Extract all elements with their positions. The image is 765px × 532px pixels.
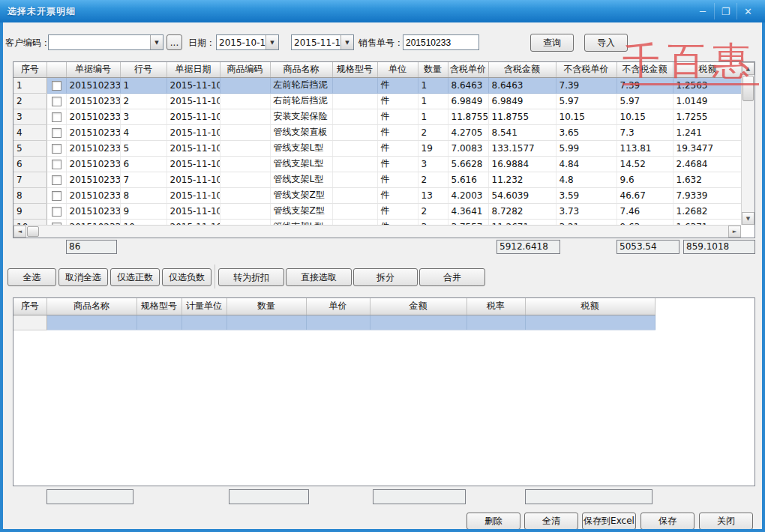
cell-price-with-tax[interactable]: 8.6463 <box>448 77 488 93</box>
table-row[interactable]: 120151023312015-11-10左前轮后挡泥件18.64638.646… <box>14 77 741 93</box>
cell-doc-date[interactable]: 2015-11-10 <box>166 124 220 140</box>
minimize-button[interactable]: ─ <box>692 3 714 19</box>
row-checkbox[interactable] <box>52 191 62 201</box>
cell-qty[interactable]: 13 <box>418 187 448 203</box>
cell-spec[interactable] <box>332 124 377 140</box>
cell-doc-no[interactable]: 201510233 <box>66 109 120 124</box>
cell-amount-with-tax[interactable]: 8.541 <box>488 124 556 140</box>
cell-product-name[interactable]: 左前轮后挡泥 <box>270 77 332 93</box>
cell-unit[interactable]: 件 <box>377 187 418 203</box>
cell-price-with-tax[interactable]: 4.2705 <box>448 124 488 140</box>
deselect-all-button[interactable]: 取消全选 <box>58 268 108 286</box>
cell-tax[interactable]: 1.6371 <box>673 219 741 225</box>
cell-amount-with-tax[interactable]: 11.232 <box>488 172 556 187</box>
save-to-excel-button[interactable]: 保存到Excel <box>582 513 636 530</box>
cell-product-name[interactable]: 管线支架Z型 <box>270 187 332 203</box>
direct-select-button[interactable]: 直接选取 <box>286 268 352 286</box>
cell-unit[interactable]: 件 <box>377 172 418 187</box>
table-row[interactable]: 820151023382015-11-10管线支架Z型件134.200354.6… <box>14 187 741 203</box>
row-checkbox[interactable] <box>52 112 62 122</box>
col-product-name[interactable]: 商品名称 <box>270 62 332 77</box>
col2-qty[interactable]: 数量 <box>226 298 306 315</box>
cell-tax[interactable]: 1.632 <box>673 172 741 187</box>
row-checkbox[interactable] <box>52 144 62 154</box>
col2-tax[interactable]: 税额 <box>525 298 655 315</box>
to-discount-button[interactable]: 转为折扣 <box>218 268 284 286</box>
checkbox-cell[interactable] <box>46 93 66 109</box>
cell-spec[interactable] <box>332 203 377 219</box>
cell-unit[interactable]: 件 <box>377 140 418 156</box>
cell-product-name[interactable]: 管线支架L型 <box>270 172 332 187</box>
table-row[interactable]: 320151023332015-11-10安装支架保险件111.875511.8… <box>14 109 741 124</box>
checkbox-cell[interactable] <box>46 187 66 203</box>
cell-doc-no[interactable]: 201510233 <box>66 77 120 93</box>
checkbox-cell[interactable] <box>46 124 66 140</box>
cell-doc-no[interactable]: 201510233 <box>66 187 120 203</box>
cell-price-with-tax[interactable]: 11.8755 <box>448 109 488 124</box>
cell-amount-with-tax[interactable]: 54.6039 <box>488 187 556 203</box>
cell-amount-no-tax[interactable]: 10.15 <box>616 109 673 124</box>
cell-doc-no[interactable]: 201510233 <box>66 172 120 187</box>
row-checkbox[interactable] <box>52 81 62 91</box>
row-checkbox[interactable] <box>52 97 62 106</box>
select-positive-button[interactable]: 仅选正数 <box>110 268 160 286</box>
row-number[interactable]: 7 <box>14 172 46 187</box>
cell-amount-no-tax[interactable]: 46.67 <box>616 187 673 203</box>
cell-tax[interactable]: 1.7255 <box>673 109 741 124</box>
split-button[interactable]: 拆分 <box>353 268 418 286</box>
table-row[interactable]: 420151023342015-11-10管线支架直板件24.27058.541… <box>14 124 741 140</box>
cell-unit[interactable]: 件 <box>377 93 418 109</box>
table-row[interactable]: 720151023372015-11-10管线支架L型件25.61611.232… <box>14 172 741 187</box>
cell-spec[interactable] <box>136 315 182 330</box>
col-amount-with-tax[interactable]: 含税金额 <box>488 62 556 77</box>
cell-doc-date[interactable]: 2015-11-10 <box>166 219 220 225</box>
cell-amount-no-tax[interactable]: 5.97 <box>616 93 673 109</box>
cell-price-with-tax[interactable]: 5.616 <box>448 172 488 187</box>
col-qty[interactable]: 数量 <box>418 62 448 77</box>
cell-qty[interactable]: 1 <box>418 93 448 109</box>
cell-price-no-tax[interactable]: 4.84 <box>556 156 616 172</box>
close-dialog-button[interactable]: 关闭 <box>699 513 753 530</box>
table-row[interactable]: 220151023322015-11-10右前轮后挡泥件16.98496.984… <box>14 93 741 109</box>
cell-amount-no-tax[interactable]: 7.46 <box>616 203 673 219</box>
cell-amount-with-tax[interactable]: 11.2671 <box>488 219 556 225</box>
horizontal-scroll-thumb[interactable] <box>27 226 39 237</box>
cell-amount-with-tax[interactable]: 133.1577 <box>488 140 556 156</box>
cell-product-code[interactable] <box>220 203 270 219</box>
import-button[interactable]: 导入 <box>584 34 628 52</box>
table-row[interactable]: 520151023352015-11-10管线支架L型件197.0083133.… <box>14 140 741 156</box>
date-from-combobox[interactable]: 2015-10-10 ▼ <box>216 34 279 50</box>
cell-unit[interactable]: 件 <box>377 156 418 172</box>
cell-product-name[interactable]: 右前轮后挡泥 <box>270 93 332 109</box>
cell-price-no-tax[interactable]: 5.99 <box>556 140 616 156</box>
customer-browse-button[interactable]: ... <box>166 34 182 50</box>
cell-amount-no-tax[interactable]: 14.52 <box>616 156 673 172</box>
col-seq[interactable]: 序号 <box>14 62 46 77</box>
cell-product-name[interactable]: 管线支架Z型 <box>270 203 332 219</box>
cell-amount-no-tax[interactable]: 113.81 <box>616 140 673 156</box>
scroll-right-button[interactable]: ► <box>728 226 741 238</box>
cell-price-no-tax[interactable]: 3.73 <box>556 203 616 219</box>
col-unit[interactable]: 单位 <box>377 62 418 77</box>
cell-doc-no[interactable]: 201510233 <box>66 140 120 156</box>
cell-amount-with-tax[interactable]: 11.8755 <box>488 109 556 124</box>
cell-doc-date[interactable]: 2015-11-10 <box>166 93 220 109</box>
cell-qty[interactable]: 19 <box>418 140 448 156</box>
cell-unit[interactable]: 件 <box>377 203 418 219</box>
close-button[interactable]: ✕ <box>736 3 759 19</box>
maximize-button[interactable]: ❐ <box>714 3 736 19</box>
cell-price-with-tax[interactable]: 4.3641 <box>448 203 488 219</box>
cell-amount-no-tax[interactable]: 7.3 <box>616 124 673 140</box>
cell-unit[interactable]: 件 <box>377 219 418 225</box>
cell-tax[interactable]: 2.4684 <box>673 156 741 172</box>
table-row[interactable]: 10201510233102015-11-10管线支架L型件33.755711.… <box>14 219 741 225</box>
cell-price-with-tax[interactable]: 4.2003 <box>448 187 488 203</box>
cell-spec[interactable] <box>332 109 377 124</box>
col-line-no[interactable]: 行号 <box>120 62 166 77</box>
cell-spec[interactable] <box>332 140 377 156</box>
cell-price-no-tax[interactable]: 10.15 <box>556 109 616 124</box>
cell-tax[interactable]: 1.2682 <box>673 203 741 219</box>
col2-tax-rate[interactable]: 税率 <box>466 298 525 315</box>
table-row[interactable]: 620151023362015-11-10管线支架L型件35.662816.98… <box>14 156 741 172</box>
cell-price-no-tax[interactable]: 4.8 <box>556 172 616 187</box>
